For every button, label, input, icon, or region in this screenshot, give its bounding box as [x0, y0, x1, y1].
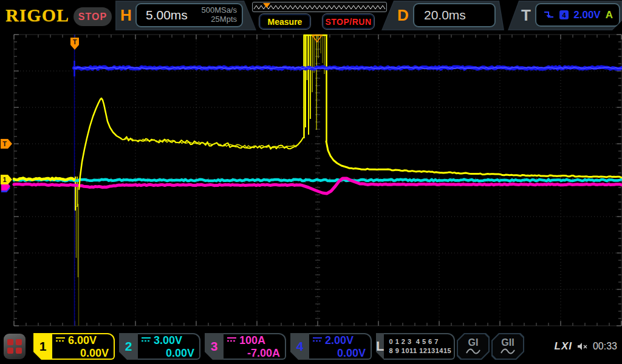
channel-3-number: 3 [211, 339, 218, 354]
channel-1-values: 6.00V 0.00V [52, 333, 115, 360]
sine-wave-icon [465, 348, 481, 355]
delay-label: D [397, 6, 409, 25]
dc-coupling-icon [142, 337, 151, 343]
generator-1-label: GI [468, 338, 479, 348]
lxi-indicator: LXI [555, 340, 572, 352]
channel-4-number: 4 [296, 339, 304, 354]
channel-3-scale: 100A [239, 335, 265, 346]
dc-coupling-icon [227, 337, 236, 343]
trace-ch1-yellow-decay [326, 141, 621, 178]
generator-1-button[interactable]: GI [457, 333, 490, 360]
channel-1-scale: 6.00V [68, 335, 97, 346]
svg-text:1: 1 [2, 176, 6, 183]
trigger-level-marker[interactable]: T [1, 139, 12, 149]
channel-1-number: 1 [39, 339, 47, 354]
generator-2-label: GII [501, 338, 514, 348]
memory-depth: 25Mpts [201, 15, 237, 24]
channel-2-scale: 3.00V [154, 335, 182, 346]
channel-1-block[interactable]: 1 6.00V 0.00V [33, 333, 115, 360]
sine-wave-icon [500, 348, 516, 355]
top-bar: RIGOL STOP H 5.00ms 500MSa/s 25Mpts Meas… [0, 0, 622, 33]
menu-icon[interactable] [4, 334, 26, 359]
stop-run-button[interactable]: STOP/RUN [322, 13, 375, 30]
trigger-time-marker[interactable]: T [70, 38, 79, 50]
channel-2-tab[interactable]: 2 [119, 333, 138, 360]
channel-1-tab[interactable]: 1 [33, 333, 52, 360]
oscilloscope-screen: T1T RIGOL STOP H 5.00ms 500MSa/s 25Mpts … [0, 0, 622, 364]
digital-label: L [376, 339, 384, 354]
trigger-box[interactable]: 4 2.00V A [535, 3, 620, 27]
trigger-panel[interactable]: T 4 2.00V A [508, 1, 622, 30]
horizontal-label: H [120, 6, 132, 25]
channel-3-values: 100A -7.00A [224, 333, 286, 360]
channel-4-scale: 2.00V [325, 335, 354, 346]
channel-2-offset: 0.00V [142, 348, 194, 359]
sample-rate: 500MSa/s [201, 6, 237, 15]
digital-channels-block[interactable]: L 0 1 2 3 4 5 6 7 8 9 1011 12131415 [376, 333, 455, 360]
delay-box[interactable]: 20.0ms [413, 3, 496, 27]
svg-text:T: T [73, 38, 77, 46]
trace-ch2-cyan [14, 180, 621, 181]
waveform-display: T1T [0, 0, 622, 364]
channel-2-number: 2 [125, 339, 132, 354]
generator-2-button[interactable]: GII [491, 333, 524, 360]
trigger-label: T [521, 6, 531, 25]
timebase-value: 5.00ms [146, 8, 188, 22]
dc-coupling-icon [313, 337, 322, 343]
channel-3-block[interactable]: 3 100A -7.00A [205, 333, 286, 360]
record-position-strip[interactable] [252, 2, 387, 12]
timebase-box[interactable]: 5.00ms 500MSa/s 25Mpts [135, 3, 243, 27]
channel-3-tab[interactable]: 3 [205, 333, 224, 360]
channel-3-offset: -7.00A [227, 348, 280, 359]
trace-ch1-yellow-plateau [121, 136, 303, 149]
channel-4-block[interactable]: 4 2.00V 0.00V [290, 333, 372, 360]
svg-text:T: T [2, 140, 7, 147]
speaker-muted-icon[interactable] [577, 342, 588, 351]
rigol-logo: RIGOL [5, 5, 69, 25]
digital-row-2: 8 9 1011 12131415 [389, 346, 451, 356]
channel-2-block[interactable]: 2 3.00V 0.00V [119, 333, 200, 360]
digital-tab[interactable]: L [376, 333, 384, 360]
trigger-level-value: 2.00V [573, 9, 600, 21]
channel-2-values: 3.00V 0.00V [138, 333, 200, 360]
record-waveform-icon [253, 2, 386, 12]
falling-edge-icon [544, 10, 555, 19]
trigger-source-badge: 4 [559, 10, 569, 19]
bottom-bar: 1 6.00V 0.00V 2 3.00V 0.00V 3 100A [0, 331, 622, 364]
dc-coupling-icon [56, 337, 65, 343]
trigger-mode-indicator: A [606, 9, 619, 21]
channel-4-tab[interactable]: 4 [290, 333, 309, 360]
digital-values: 0 1 2 3 4 5 6 7 8 9 1011 12131415 [384, 333, 455, 360]
horizontal-panel[interactable]: H 5.00ms 500MSa/s 25Mpts [115, 1, 256, 30]
measure-button[interactable]: Measure [259, 13, 311, 30]
record-trigger-marker [263, 3, 270, 8]
acquisition-status-badge: STOP [73, 7, 112, 26]
delay-value: 20.0ms [424, 8, 466, 22]
clock: 00:33 [593, 341, 617, 352]
channel-4-values: 2.00V 0.00V [309, 333, 372, 360]
digital-row-1: 0 1 2 3 4 5 6 7 [389, 337, 451, 346]
channel-1-offset: 0.00V [56, 348, 109, 359]
trace-ch1-yellow-plateau2 [121, 139, 298, 148]
ch1-level-marker[interactable]: 1 [1, 175, 12, 184]
delay-panel[interactable]: D 20.0ms [381, 1, 504, 30]
channel-4-offset: 0.00V [313, 348, 366, 359]
